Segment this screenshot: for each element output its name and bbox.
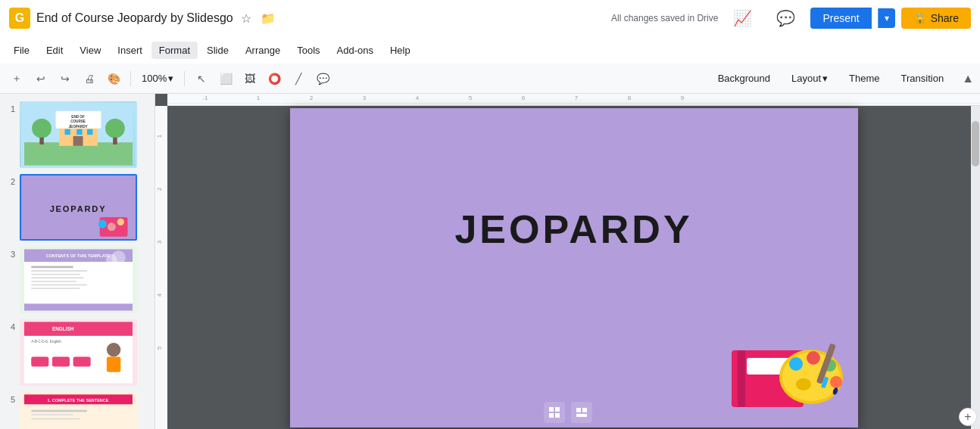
svg-text:1: 1 xyxy=(156,134,163,138)
doc-title: End of Course Jeopardy by Slidesgo xyxy=(36,11,233,25)
add-button[interactable]: ＋ xyxy=(6,68,27,89)
comment-icon: 💬 xyxy=(776,9,795,27)
palette-svg xyxy=(724,335,849,418)
svg-text:8: 8 xyxy=(628,95,632,101)
list-view-button[interactable] xyxy=(571,402,592,423)
slide-item-3[interactable]: 3 CONTENTS OF THIS TEMPLATE xyxy=(3,245,151,315)
menu-addons[interactable]: Add-ons xyxy=(329,42,381,59)
comment-button[interactable]: 💬 xyxy=(767,5,804,32)
slide-thumbnail-5: 1. COMPLETE THE SENTENCE xyxy=(20,392,137,429)
svg-rect-84 xyxy=(549,413,554,418)
paint-format-button[interactable]: 🎨 xyxy=(103,68,124,89)
svg-rect-29 xyxy=(31,277,83,278)
text-box-tool[interactable]: ⬜ xyxy=(215,68,236,89)
activity-icon: 📈 xyxy=(733,9,752,27)
grid-view-button[interactable] xyxy=(544,402,565,423)
menu-help[interactable]: Help xyxy=(382,42,418,59)
present-dropdown-button[interactable]: ▾ xyxy=(878,8,895,28)
slide-item-5[interactable]: 5 1. COMPLETE THE SENTENCE xyxy=(3,390,151,429)
line-tool[interactable]: ╱ xyxy=(288,68,309,89)
vertical-ruler: 1 2 3 4 5 xyxy=(155,106,167,429)
slide-panel: 1 xyxy=(0,94,155,429)
svg-text:1: 1 xyxy=(257,95,261,101)
svg-text:7: 7 xyxy=(575,95,579,101)
slide5-svg: 1. COMPLETE THE SENTENCE xyxy=(24,392,133,429)
menu-edit[interactable]: Edit xyxy=(39,42,70,59)
slide-number-2: 2 xyxy=(5,174,15,186)
slide-thumbnail-1: END OF COURSE JEOPARDY xyxy=(20,101,137,168)
star-icon[interactable]: ☆ xyxy=(239,10,253,27)
svg-rect-27 xyxy=(31,270,87,272)
svg-text:3: 3 xyxy=(156,240,163,244)
activity-button[interactable]: 📈 xyxy=(724,5,761,32)
ruler-h-svg: -1 1 2 3 4 5 6 7 8 9 xyxy=(167,94,980,104)
svg-rect-37 xyxy=(24,322,133,335)
layout-button[interactable]: Layout ▾ xyxy=(782,70,837,87)
slide-item-1[interactable]: 1 xyxy=(3,100,151,169)
slide-tools: Background Layout ▾ Theme Transition ▲ xyxy=(709,70,974,87)
svg-rect-40 xyxy=(31,357,48,367)
svg-rect-63 xyxy=(155,106,167,429)
shapes-tool[interactable]: ⭕ xyxy=(264,68,285,89)
menu-bar: File Edit View Insert Format Slide Arran… xyxy=(0,36,980,64)
menu-tools[interactable]: Tools xyxy=(289,42,327,59)
slide-number-1: 1 xyxy=(5,101,15,113)
slide-thumbnail-2: JEOPARDY xyxy=(20,174,137,241)
menu-arrange[interactable]: Arrange xyxy=(238,42,288,59)
svg-point-21 xyxy=(108,222,116,231)
svg-text:JEOPARDY: JEOPARDY xyxy=(50,204,107,213)
svg-point-43 xyxy=(107,343,120,356)
svg-point-35 xyxy=(111,250,125,264)
transition-button[interactable]: Transition xyxy=(892,70,953,87)
svg-text:COURSE: COURSE xyxy=(70,120,86,123)
main-area: 1 xyxy=(0,94,980,429)
print-button[interactable]: 🖨 xyxy=(79,68,100,89)
canvas-area: -1 1 2 3 4 5 6 7 8 9 1 2 3 4 5 xyxy=(155,94,980,429)
svg-rect-7 xyxy=(87,129,92,135)
slide1-svg: END OF COURSE JEOPARDY xyxy=(24,101,133,168)
slide-thumbnail-3: CONTENTS OF THIS TEMPLATE xyxy=(20,247,137,313)
slide-item-4[interactable]: 4 ENGLISH A-B-C-D-E. English xyxy=(3,318,151,387)
svg-rect-44 xyxy=(107,357,120,372)
zoom-control[interactable]: 100% ▾ xyxy=(137,71,178,85)
theme-button[interactable]: Theme xyxy=(840,70,888,87)
vertical-scrollbar[interactable] xyxy=(971,106,980,429)
redo-button[interactable]: ↪ xyxy=(55,68,76,89)
folder-icon[interactable]: 📁 xyxy=(259,10,277,27)
svg-rect-6 xyxy=(76,129,82,135)
image-tool[interactable]: 🖼 xyxy=(239,68,261,89)
slide3-svg: CONTENTS OF THIS TEMPLATE xyxy=(24,247,133,313)
palette-decoration xyxy=(724,335,849,418)
slide-canvas: JEOPARDY xyxy=(290,108,858,427)
svg-rect-85 xyxy=(555,413,560,418)
background-button[interactable]: Background xyxy=(709,70,779,87)
svg-rect-49 xyxy=(31,414,73,415)
lock-icon: 🔒 xyxy=(913,12,926,24)
add-slide-button[interactable]: + xyxy=(959,408,977,426)
svg-rect-51 xyxy=(167,94,980,104)
svg-text:1. COMPLETE THE SENTENCE: 1. COMPLETE THE SENTENCE xyxy=(48,398,109,403)
comment-tool[interactable]: 💬 xyxy=(312,68,333,89)
share-button[interactable]: 🔒 Share xyxy=(901,8,971,29)
present-button[interactable]: Present xyxy=(810,8,871,29)
svg-text:CONTENTS OF THIS TEMPLATE: CONTENTS OF THIS TEMPLATE xyxy=(46,253,111,258)
svg-rect-70 xyxy=(738,350,745,407)
slide-item-2[interactable]: 2 JEOPARDY xyxy=(3,173,151,242)
slide2-svg: JEOPARDY xyxy=(24,174,133,241)
menu-file[interactable]: File xyxy=(6,42,37,59)
svg-text:4: 4 xyxy=(156,293,163,297)
menu-format[interactable]: Format xyxy=(151,42,198,59)
svg-text:2: 2 xyxy=(310,95,314,101)
menu-insert[interactable]: Insert xyxy=(110,42,150,59)
select-tool[interactable]: ↖ xyxy=(191,68,212,89)
menu-slide[interactable]: Slide xyxy=(199,42,236,59)
collapse-panel-button[interactable]: ▲ xyxy=(962,72,974,85)
undo-button[interactable]: ↩ xyxy=(30,68,51,89)
svg-point-75 xyxy=(789,357,803,371)
slide-thumbnail-4: ENGLISH A-B-C-D-E. English xyxy=(20,319,137,386)
menu-view[interactable]: View xyxy=(72,42,108,59)
svg-rect-88 xyxy=(576,414,587,417)
svg-rect-26 xyxy=(31,266,73,269)
svg-text:3: 3 xyxy=(363,95,367,101)
separator-2 xyxy=(184,71,185,86)
